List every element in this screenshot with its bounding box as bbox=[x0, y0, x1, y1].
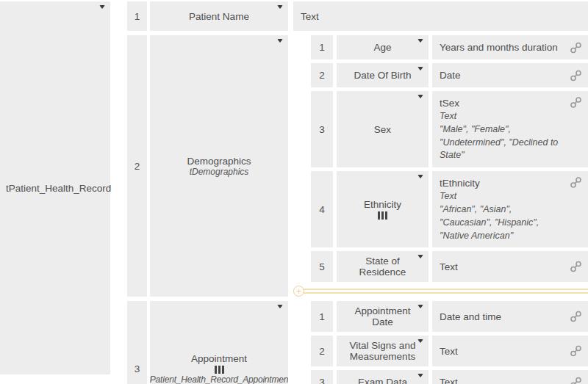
chevron-down-icon[interactable] bbox=[417, 39, 423, 43]
field-index[interactable]: 3 bbox=[311, 370, 333, 384]
field-type: Date bbox=[440, 70, 461, 81]
field-index[interactable]: 5 bbox=[311, 251, 333, 282]
field-row-appointment: 3 Appointment tPatient_Health_Record_App… bbox=[127, 301, 588, 384]
add-row-line bbox=[303, 289, 588, 294]
field-name: Exam Data bbox=[358, 377, 407, 384]
child-field-table: 1 Age Years and months duration bbox=[293, 35, 588, 297]
child-row-exam-data: 3 Exam Data Text bbox=[311, 370, 588, 384]
chevron-down-icon[interactable] bbox=[417, 175, 423, 178]
field-type-cell[interactable]: Text bbox=[293, 1, 588, 31]
field-row-demographics: 2 Demographics tDemographics 1 Age Year bbox=[127, 35, 588, 297]
child-row-ethnicity: 4 Ethnicity tEthnicity Text "African", "… bbox=[311, 171, 588, 247]
field-name-cell[interactable]: Exam Data bbox=[337, 370, 429, 384]
field-type: Years and months duration bbox=[440, 42, 558, 53]
chevron-down-icon[interactable] bbox=[277, 5, 283, 9]
field-enum-values: "African", "Asian", "Caucasian", "Hispan… bbox=[440, 203, 566, 242]
field-index[interactable]: 4 bbox=[311, 171, 333, 247]
field-name-cell[interactable]: Vital Signs and Measurements bbox=[337, 336, 429, 366]
field-type-cell[interactable]: Text bbox=[432, 251, 588, 282]
field-name: Appointment Date bbox=[344, 305, 421, 327]
chevron-down-icon[interactable] bbox=[417, 339, 423, 343]
chevron-down-icon[interactable] bbox=[417, 67, 423, 70]
chevron-down-icon[interactable] bbox=[277, 39, 283, 43]
chevron-down-icon[interactable] bbox=[277, 305, 283, 308]
field-name-cell[interactable]: Patient Name bbox=[150, 1, 288, 31]
field-type-name: tPatient_Health_Record_Appointment bbox=[150, 374, 288, 384]
child-fields-area: 1 Age Years and months duration bbox=[293, 35, 588, 297]
chevron-down-icon[interactable] bbox=[417, 255, 423, 258]
field-index[interactable]: 1 bbox=[127, 1, 147, 31]
root-element-box[interactable]: tPatient_Health_Record bbox=[0, 1, 110, 374]
root-element-label: tPatient_Health_Record bbox=[0, 183, 111, 194]
chevron-down-icon[interactable] bbox=[417, 305, 423, 308]
child-row-sex: 3 Sex tSex Text "Male", "Female", "Undet… bbox=[311, 91, 588, 167]
field-type: Date and time bbox=[440, 311, 501, 322]
field-name: State of Residence bbox=[344, 256, 421, 278]
field-name-cell[interactable]: Appointment Date bbox=[337, 301, 429, 332]
link-icon[interactable] bbox=[570, 376, 582, 384]
field-type: tSex bbox=[440, 96, 566, 110]
add-field-row-button[interactable]: + bbox=[293, 286, 588, 297]
link-icon[interactable] bbox=[570, 345, 582, 358]
field-tree: 1 Patient Name Text 2 Demographics tDemo… bbox=[127, 1, 588, 384]
field-index[interactable]: 1 bbox=[311, 35, 333, 59]
field-type: Text bbox=[440, 377, 458, 384]
field-enum-values: "Male", "Female", "Undetermined", "Decli… bbox=[440, 123, 566, 162]
child-field-table: 1 Appointment Date Date and time bbox=[293, 301, 588, 384]
chevron-down-icon[interactable] bbox=[417, 95, 423, 98]
field-name: Patient Name bbox=[189, 11, 249, 22]
child-row-appointment-date: 1 Appointment Date Date and time bbox=[311, 301, 588, 332]
field-name: Sex bbox=[374, 124, 391, 135]
field-name-cell[interactable]: Sex bbox=[337, 91, 429, 167]
link-icon[interactable] bbox=[570, 311, 582, 323]
field-name-cell[interactable]: State of Residence bbox=[337, 251, 429, 282]
child-row-vital-signs: 2 Vital Signs and Measurements Text bbox=[311, 336, 588, 366]
field-name-cell[interactable]: Date Of Birth bbox=[337, 63, 429, 87]
field-type: Text bbox=[440, 261, 458, 272]
field-type: tEthnicity bbox=[440, 176, 566, 190]
field-type-cell[interactable]: Date and time bbox=[432, 301, 588, 332]
field-type: Text bbox=[440, 346, 458, 357]
field-row-patient-name: 1 Patient Name Text bbox=[127, 1, 588, 31]
field-base-type: Text bbox=[440, 190, 566, 203]
repeat-icon bbox=[215, 366, 224, 374]
repeat-icon bbox=[378, 211, 387, 220]
link-icon[interactable] bbox=[570, 261, 582, 273]
field-name-cell[interactable]: Demographics tDemographics bbox=[150, 35, 288, 297]
field-name: Ethnicity bbox=[364, 199, 401, 210]
field-index[interactable]: 3 bbox=[127, 301, 147, 384]
field-type-cell[interactable]: Text bbox=[432, 370, 588, 384]
field-name: Appointment bbox=[191, 353, 247, 364]
child-row-date-of-birth: 2 Date Of Birth Date bbox=[311, 63, 588, 87]
link-icon[interactable] bbox=[570, 176, 582, 189]
child-fields-area: 1 Appointment Date Date and time bbox=[293, 301, 588, 384]
field-index[interactable]: 2 bbox=[311, 336, 333, 366]
link-icon[interactable] bbox=[570, 41, 582, 54]
field-type-name: tDemographics bbox=[190, 167, 249, 177]
link-icon[interactable] bbox=[570, 69, 582, 81]
chevron-down-icon[interactable] bbox=[417, 374, 423, 377]
field-index[interactable]: 3 bbox=[311, 91, 333, 167]
field-type-cell[interactable]: Text bbox=[432, 336, 588, 366]
schema-editor-canvas: tPatient_Health_Record 1 Patient Name Te… bbox=[0, 0, 588, 384]
field-index[interactable]: 2 bbox=[311, 63, 333, 87]
field-name-cell[interactable]: Age bbox=[337, 35, 429, 59]
field-type: Text bbox=[293, 1, 588, 31]
field-type-cell[interactable]: tEthnicity Text "African", "Asian", "Cau… bbox=[432, 171, 588, 247]
field-name: Vital Signs and Measurements bbox=[344, 340, 421, 362]
link-icon[interactable] bbox=[570, 96, 582, 109]
field-name: Demographics bbox=[187, 156, 251, 167]
field-base-type: Text bbox=[440, 110, 566, 123]
field-name-cell[interactable]: Appointment tPatient_Health_Record_Appoi… bbox=[150, 301, 288, 384]
field-index[interactable]: 1 bbox=[311, 301, 333, 332]
field-type-cell[interactable]: tSex Text "Male", "Female", "Undetermine… bbox=[432, 91, 588, 167]
field-name-cell[interactable]: Ethnicity bbox=[337, 171, 429, 247]
chevron-down-icon[interactable] bbox=[99, 5, 105, 9]
field-type-cell[interactable]: Date bbox=[432, 63, 588, 87]
field-name: Age bbox=[373, 42, 391, 53]
field-type-cell[interactable]: Years and months duration bbox=[432, 35, 588, 59]
field-index[interactable]: 2 bbox=[127, 35, 147, 297]
child-row-age: 1 Age Years and months duration bbox=[311, 35, 588, 59]
field-name: Date Of Birth bbox=[354, 70, 411, 81]
child-row-state-of-residence: 5 State of Residence Text bbox=[311, 251, 588, 282]
